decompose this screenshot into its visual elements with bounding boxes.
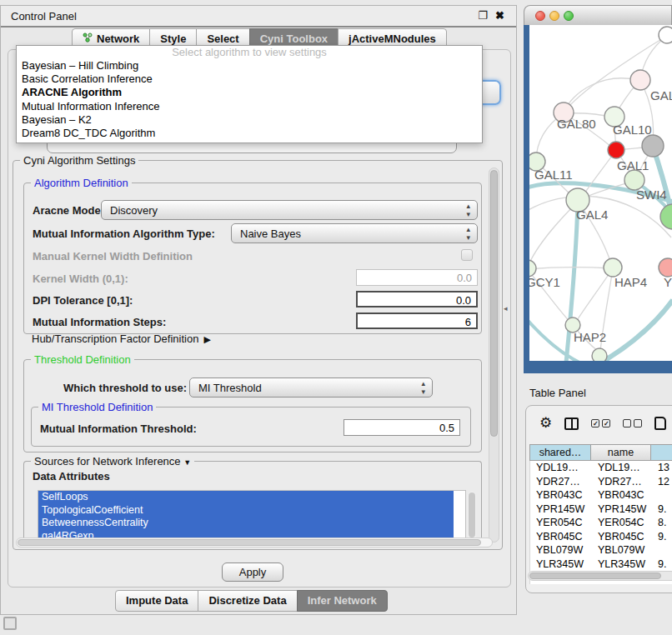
settings-horizontal-scrollbar[interactable] <box>16 538 493 548</box>
table-row[interactable]: YBL079WYBL079W <box>530 543 672 558</box>
table-cell[interactable]: YBR045C <box>592 530 652 544</box>
table-cell[interactable] <box>652 543 672 558</box>
column-header[interactable] <box>651 444 672 461</box>
table-cell[interactable]: 9. <box>652 502 672 517</box>
algorithm-option[interactable]: ARACNE Algorithm <box>17 86 482 99</box>
tab-impute-data[interactable]: Impute Data <box>115 590 198 612</box>
table-cell[interactable]: YLR345W <box>530 558 592 572</box>
algorithm-option[interactable]: Basic Correlation Inference <box>17 72 482 86</box>
table-cell[interactable]: YDR27… <box>530 475 592 489</box>
network-node-hap4[interactable] <box>604 258 622 277</box>
scrollbar-thumb[interactable] <box>469 492 475 538</box>
scrollbar-thumb[interactable] <box>18 539 481 546</box>
table-cell[interactable]: YPR145W <box>592 502 652 517</box>
network-node[interactable] <box>659 27 672 43</box>
network-edge[interactable] <box>601 300 672 361</box>
apply-button[interactable]: Apply <box>222 562 283 582</box>
table-cell[interactable] <box>652 488 672 502</box>
column-header-name[interactable]: name <box>591 444 651 461</box>
close-window-button[interactable] <box>535 11 545 21</box>
close-window-icon[interactable]: ✖ <box>495 9 504 22</box>
network-tab-icon <box>83 32 93 45</box>
algorithm-option[interactable]: Bayesian – K2 <box>17 113 482 127</box>
float-window-icon[interactable]: ❐ <box>478 9 488 22</box>
table-row[interactable]: YBR043CYBR043C <box>530 488 672 502</box>
table-cell[interactable]: YDL19… <box>530 461 592 475</box>
network-node[interactable] <box>592 348 607 361</box>
table-cell[interactable]: YBL079W <box>530 543 592 558</box>
tab-infer-network[interactable]: Infer Network <box>297 590 388 612</box>
table-cell[interactable]: 9. <box>652 530 672 544</box>
mi-algorithm-type-combobox[interactable]: Naive Bayes ▴▾ <box>231 223 478 243</box>
hub-transcription-factor-toggle[interactable]: Hub/Transcription Factor Definition▶ <box>32 332 211 345</box>
network-node-gcy1[interactable] <box>529 260 536 277</box>
table-cell[interactable]: YPR145W <box>530 502 592 517</box>
scrollbar-thumb[interactable] <box>490 170 498 437</box>
table-row[interactable]: YDL19…YDL19…13 <box>530 461 672 475</box>
table-row[interactable]: YDR27…YDR27…12 <box>530 475 672 489</box>
algorithm-option[interactable]: Dream8 DC_TDC Algorithm <box>17 127 482 140</box>
network-node[interactable] <box>642 135 664 157</box>
unchecked-columns-icon[interactable] <box>623 419 642 428</box>
mi-threshold-definition-title: MI Threshold Definition <box>38 401 156 413</box>
network-node[interactable] <box>660 204 672 229</box>
table-cell[interactable]: YLR345W <box>592 558 652 572</box>
data-attribute-item[interactable]: TopologicalCoefficient <box>38 504 454 518</box>
checked-columns-icon[interactable]: ✓✓ <box>591 419 610 428</box>
node-label: GAL4 <box>576 208 608 222</box>
network-node-gal[interactable] <box>630 70 650 90</box>
algorithm-option[interactable]: Mutual Information Inference <box>17 100 482 113</box>
network-node-y[interactable] <box>659 258 672 277</box>
kernel-width-field[interactable]: 0.0 <box>356 269 478 286</box>
scrollbar-thumb[interactable] <box>529 572 661 579</box>
node-label: GAL11 <box>534 168 573 182</box>
gear-icon[interactable]: ⚙ <box>539 416 552 431</box>
table-cell[interactable]: YER054C <box>530 516 592 530</box>
table-row[interactable]: YPR145WYPR145W9. <box>530 502 672 517</box>
panel-collapse-handle[interactable]: ◂ <box>504 304 508 312</box>
which-threshold-combobox[interactable]: MI Threshold ▴▾ <box>189 378 433 398</box>
table-horizontal-scrollbar[interactable] <box>528 571 672 581</box>
minimized-panel-icon[interactable] <box>3 617 17 630</box>
sources-group-title[interactable]: Sources for Network Inference ▼ <box>31 455 194 468</box>
table-cell[interactable]: YBR043C <box>592 488 652 502</box>
table-cell[interactable]: 12 <box>652 475 672 489</box>
network-edge[interactable] <box>529 202 578 268</box>
table-row[interactable]: YER054CYER054C8. <box>530 516 672 530</box>
settings-vertical-scrollbar[interactable] <box>489 168 499 542</box>
tab-discretize-data[interactable]: Discretize Data <box>198 590 297 612</box>
mi-steps-field[interactable]: 6 <box>356 312 478 329</box>
manual-kernel-width-checkbox[interactable] <box>461 249 473 261</box>
table-cell[interactable]: YBR045C <box>530 530 592 544</box>
tab-label: Select <box>207 32 238 45</box>
network-edge[interactable] <box>529 268 612 269</box>
mi-threshold-field[interactable]: 0.5 <box>344 419 460 436</box>
aracne-mode-combobox[interactable]: Discovery ▴▾ <box>101 200 478 220</box>
table-cell[interactable]: YER054C <box>592 516 652 530</box>
table-cell[interactable]: YDR27… <box>592 475 652 489</box>
table-panel: ⚙ ✓✓ shared…name YDL19…YDL19…13YDR27…YDR… <box>525 405 672 593</box>
data-attribute-item[interactable]: SelfLoops <box>38 491 454 504</box>
table-cell[interactable]: YDL19… <box>592 461 652 475</box>
algorithm-option[interactable]: Bayesian – Hill Climbing <box>17 59 482 72</box>
network-canvas[interactable]: GALGAL80GAL10GAL1GAL11SWI4GAL4GCY1HAP4YH… <box>524 25 672 373</box>
data-attributes-list[interactable]: SelfLoopsTopologicalCoefficientBetweenne… <box>38 490 466 542</box>
table-row[interactable]: YBR045CYBR045C9. <box>530 530 672 544</box>
split-columns-icon[interactable] <box>564 418 579 430</box>
network-edge[interactable] <box>574 268 613 324</box>
zoom-window-button[interactable] <box>564 11 574 21</box>
table-row[interactable]: YLR345WYLR345W9. <box>530 558 672 572</box>
table-cell[interactable]: 8. <box>652 516 672 530</box>
table-cell[interactable]: 9. <box>652 558 672 572</box>
table-cell[interactable]: 13 <box>652 461 672 475</box>
table-cell[interactable]: YBR043C <box>530 488 592 502</box>
column-header-shared[interactable]: shared… <box>529 444 591 461</box>
document-icon[interactable] <box>654 417 666 430</box>
network-edge[interactable] <box>564 78 640 113</box>
dpi-tolerance-field[interactable]: 0.0 <box>356 291 478 308</box>
table-cell[interactable]: YBL079W <box>592 543 652 558</box>
data-attribute-item[interactable]: BetweennessCentrality <box>38 517 454 530</box>
list-vertical-scrollbar[interactable] <box>468 492 476 540</box>
minimize-window-button[interactable] <box>549 11 559 21</box>
network-node-gal1[interactable] <box>608 142 624 158</box>
